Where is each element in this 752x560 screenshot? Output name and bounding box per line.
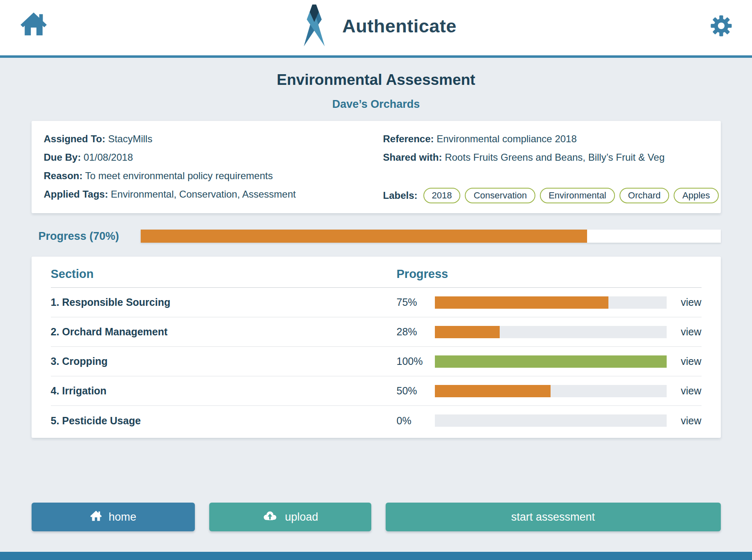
- section-progress-track: [435, 414, 667, 427]
- gear-icon[interactable]: [709, 14, 733, 39]
- section-percent: 50%: [397, 385, 435, 397]
- applied-tags-field: Applied Tags: Environmental, Conservatio…: [44, 188, 383, 203]
- section-percent: 75%: [397, 296, 435, 308]
- table-row: 1. Responsible Sourcing 75% view: [51, 288, 702, 317]
- home-icon[interactable]: [20, 11, 48, 37]
- start-assessment-button[interactable]: start assessment: [386, 503, 721, 531]
- table-row: 5. Pesticide Usage 0% view: [51, 406, 702, 435]
- section-progress-track: [435, 385, 667, 397]
- section-name: 2. Orchard Management: [51, 326, 397, 338]
- progress-column-header: Progress: [397, 267, 702, 281]
- section-percent: 100%: [397, 355, 435, 367]
- labels-pills: 2018ConservationEnvironmentalOrchardAppl…: [423, 188, 719, 203]
- assessment-info-card: Assigned To: StacyMills Reference: Envir…: [32, 121, 721, 213]
- section-name: 5. Pesticide Usage: [51, 415, 397, 427]
- reference-field: Reference: Environmental compliance 2018: [383, 132, 719, 146]
- page-title: Environmental Assessment: [0, 71, 752, 89]
- home-icon: [90, 510, 102, 524]
- brand-logo-icon: [295, 5, 333, 48]
- section-name: 1. Responsible Sourcing: [51, 296, 397, 308]
- section-progress-fill: [435, 326, 500, 338]
- label-pill: Orchard: [619, 188, 669, 203]
- sections-table: Section Progress 1. Responsible Sourcing…: [32, 257, 721, 438]
- section-progress-fill: [435, 296, 609, 309]
- view-link[interactable]: view: [681, 296, 701, 308]
- overall-progress-fill: [141, 230, 587, 243]
- brand: Authenticate: [295, 5, 457, 48]
- table-row: 3. Cropping 100% view: [51, 347, 702, 376]
- overall-progress-label: Progress (70%): [32, 230, 141, 243]
- action-buttons: home upload start assessment: [32, 503, 721, 531]
- section-progress-track: [435, 326, 667, 338]
- assigned-to-field: Assigned To: StacyMills: [44, 132, 383, 146]
- labels-field: Labels: 2018ConservationEnvironmentalOrc…: [383, 188, 719, 203]
- view-link[interactable]: view: [681, 326, 701, 338]
- table-header: Section Progress: [51, 257, 702, 288]
- view-link[interactable]: view: [681, 355, 701, 367]
- section-column-header: Section: [51, 267, 397, 281]
- label-pill: Conservation: [465, 188, 535, 203]
- section-progress-track: [435, 355, 667, 368]
- section-progress-fill: [435, 385, 551, 397]
- footer-bar: [0, 552, 752, 560]
- upload-button[interactable]: upload: [209, 503, 371, 531]
- section-percent: 28%: [397, 326, 435, 338]
- section-name: 4. Irrigation: [51, 385, 397, 397]
- section-name: 3. Cropping: [51, 355, 397, 367]
- cloud-upload-icon: [262, 510, 278, 524]
- overall-progress: Progress (70%): [32, 230, 721, 243]
- section-progress-track: [435, 296, 667, 309]
- label-pill: 2018: [423, 188, 461, 203]
- section-progress-fill: [435, 355, 667, 368]
- table-row: 2. Orchard Management 28% view: [51, 317, 702, 347]
- reason-field: Reason: To meet environmental policy req…: [44, 169, 383, 182]
- label-pill: Environmental: [540, 188, 615, 203]
- view-link[interactable]: view: [681, 415, 701, 427]
- overall-progress-track: [141, 230, 721, 243]
- due-by-field: Due By: 01/08/2018: [44, 151, 383, 164]
- label-pill: Apples: [674, 188, 718, 203]
- table-row: 4. Irrigation 50% view: [51, 376, 702, 406]
- page-subtitle: Dave’s Orchards: [0, 97, 752, 111]
- home-button[interactable]: home: [32, 503, 195, 531]
- view-link[interactable]: view: [681, 385, 701, 397]
- brand-title: Authenticate: [342, 16, 457, 37]
- shared-with-field: Shared with: Roots Fruits Greens and Bea…: [383, 151, 719, 164]
- app-header: Authenticate: [0, 0, 752, 58]
- section-rows: 1. Responsible Sourcing 75% view 2. Orch…: [32, 288, 721, 435]
- section-percent: 0%: [397, 415, 435, 427]
